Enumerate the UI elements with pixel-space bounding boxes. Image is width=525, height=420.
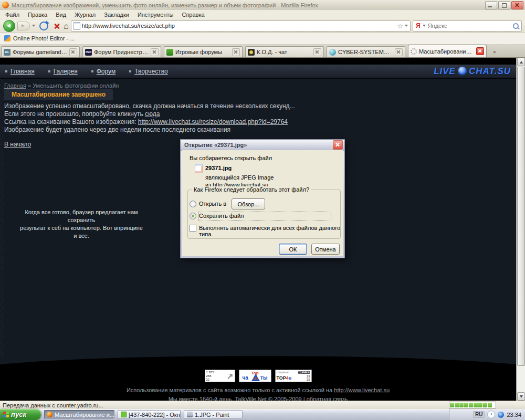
bullet-icon: [91, 70, 93, 72]
stop-button[interactable]: [52, 22, 60, 30]
menu-bar: Файл Правка Вид Журнал Закладки Инструме…: [0, 10, 525, 19]
start-button[interactable]: пуск: [0, 409, 41, 420]
open-with-label[interactable]: Открыть в: [199, 201, 226, 207]
close-button[interactable]: [511, 1, 523, 9]
counter-value: 265: [206, 374, 227, 378]
bookmark-star-icon[interactable]: ☆: [397, 23, 403, 29]
tab-kod-chat[interactable]: К.О.Д. - чат: [245, 46, 324, 57]
tab-close-button[interactable]: [69, 48, 77, 56]
nav-gallery[interactable]: Галерея: [48, 68, 78, 75]
nav-link-label[interactable]: Форум: [97, 68, 116, 75]
scrollbar-thumb[interactable]: [517, 67, 525, 366]
menu-view[interactable]: Вид: [51, 10, 70, 19]
back-button[interactable]: [3, 20, 15, 32]
yadro-counter-badge[interactable]: 1 305 265 22 ↗: [205, 370, 235, 382]
feedback-link[interactable]: обратная связь: [307, 396, 348, 401]
bookmark-item[interactable]: Online Photo! Editor - ...: [13, 35, 75, 41]
auto-action-label[interactable]: Выполнять автоматически для всех файлов …: [199, 225, 343, 237]
menu-bookmarks[interactable]: Закладки: [100, 10, 133, 19]
open-with-radio[interactable]: [190, 201, 196, 207]
forward-button[interactable]: [17, 22, 30, 30]
url-input[interactable]: [82, 23, 396, 29]
tab-close-button[interactable]: [395, 48, 403, 56]
footer-site-link[interactable]: http://www.livechat.su: [334, 387, 390, 393]
dialog-body: Вы собираетесь открыть файл 29371.jpg яв…: [182, 150, 343, 256]
chatplanet-values: 19 15: [307, 375, 310, 381]
auto-action-checkbox[interactable]: [190, 225, 196, 232]
scroll-up-button[interactable]: [517, 58, 525, 66]
tab-resize-active[interactable]: Масштабирование изоб...: [408, 45, 487, 57]
list-all-tabs-button[interactable]: [490, 48, 499, 57]
dialog-close-button[interactable]: [333, 140, 343, 150]
top-chats-cha-text: ча: [243, 375, 248, 381]
tab-close-button[interactable]: [232, 48, 240, 56]
progress-segment: [455, 403, 459, 407]
search-icon[interactable]: [513, 23, 519, 29]
taskbar-item-messenger[interactable]: [437-840-222] - Окн...: [118, 410, 181, 419]
gameland-favicon: GL: [4, 49, 10, 56]
pmr-favicon: PMR: [85, 49, 92, 56]
tab-close-button[interactable]: [151, 48, 159, 56]
language-indicator[interactable]: RU: [473, 411, 485, 418]
browse-button[interactable]: Обзор...: [232, 198, 265, 209]
taskbar-item-firefox[interactable]: Масштабирование и...: [44, 410, 114, 419]
search-engine-dropdown-icon[interactable]: [423, 25, 426, 27]
nav-art[interactable]: Творчество: [129, 68, 167, 75]
groupbox-label: Как Firefox следует обработать этот файл…: [192, 186, 311, 193]
nav-home[interactable]: Главная: [5, 68, 35, 75]
url-dropdown-icon[interactable]: [405, 25, 408, 27]
top-chats-number: 100: [252, 377, 259, 380]
top4u-u: u: [289, 375, 292, 381]
breadcrumb-home-link[interactable]: Главная: [4, 82, 26, 89]
tray-chevron-icon[interactable]: ‹: [487, 411, 495, 418]
dialog-filename: 29371.jpg: [205, 165, 232, 171]
nav-link-label[interactable]: Галерея: [54, 68, 78, 75]
reload-button[interactable]: [39, 22, 48, 30]
taskbar-item-label: 1.JPG - Paint: [195, 412, 229, 418]
ok-button[interactable]: ОК: [279, 244, 307, 255]
cancel-button[interactable]: Отмена: [311, 244, 340, 255]
bookmarks-bar: Online Photo! Editor - ...: [0, 33, 525, 45]
download-link[interactable]: http://www.livechat.su/resize/download.p…: [138, 118, 288, 125]
vertical-scrollbar[interactable]: [516, 58, 525, 401]
back-to-start-link[interactable]: В начало: [4, 141, 31, 148]
tab-cyber-systems[interactable]: CYBER-SYSTEMS.ORG: [327, 46, 405, 57]
tab-close-button[interactable]: [313, 48, 321, 56]
top4u-top: TOP: [277, 375, 286, 381]
taskbar-item-label: Масштабирование и...: [55, 412, 114, 418]
minimize-button[interactable]: [485, 1, 497, 9]
tab-game-forums[interactable]: Игровые форумы: [164, 46, 243, 57]
menu-file[interactable]: Файл: [1, 10, 24, 19]
menu-help[interactable]: Справка: [177, 10, 208, 19]
search-input[interactable]: [428, 23, 511, 29]
taskbar-item-paint[interactable]: 1.JPG - Paint: [184, 410, 243, 419]
history-dropdown-icon[interactable]: [32, 25, 35, 27]
left-edge-pattern: [0, 65, 4, 359]
counter-value: 22: [206, 378, 227, 382]
nav-link-label[interactable]: Главная: [10, 68, 35, 75]
tab-label: CYBER-SYSTEMS.ORG: [338, 49, 393, 55]
menu-history[interactable]: Журнал: [70, 10, 100, 19]
yandex-engine-icon[interactable]: Я: [416, 22, 421, 29]
nav-forum[interactable]: Форум: [91, 68, 116, 75]
restore-button[interactable]: [498, 1, 510, 9]
chatplanet-badge[interactable]: chatplanet 661133 TOP4u 19 15: [275, 370, 312, 382]
site-navigation: Главная Галерея Форум Творчество LIVE CH…: [0, 65, 516, 79]
home-button[interactable]: ⌂: [64, 22, 69, 30]
menu-edit[interactable]: Правка: [24, 10, 51, 19]
tab-gameland[interactable]: GL Форумы gameland.ru: [1, 46, 80, 57]
save-file-radio[interactable]: [190, 213, 196, 219]
windows-logo-icon: [3, 412, 9, 418]
screenshot-caption: Когда все готово, браузер предлагает нам…: [19, 208, 144, 240]
menu-tools[interactable]: Инструменты: [133, 10, 178, 19]
save-file-label[interactable]: Сохранить файл: [199, 213, 244, 219]
tab-pridnestrovie[interactable]: PMR Форум Приднестровья - Соз...: [82, 46, 161, 57]
scroll-down-button[interactable]: [517, 392, 525, 401]
nav-link-label[interactable]: Творчество: [134, 68, 167, 75]
tray-network-icon[interactable]: [498, 412, 504, 418]
tab-label: К.О.Д. - чат: [257, 49, 311, 55]
progress-segment: [488, 403, 492, 407]
top-chats-badge[interactable]: Top ча 100 ты: [239, 370, 271, 382]
click-here-link[interactable]: сюда: [145, 110, 160, 118]
tab-close-button[interactable]: [476, 47, 484, 55]
